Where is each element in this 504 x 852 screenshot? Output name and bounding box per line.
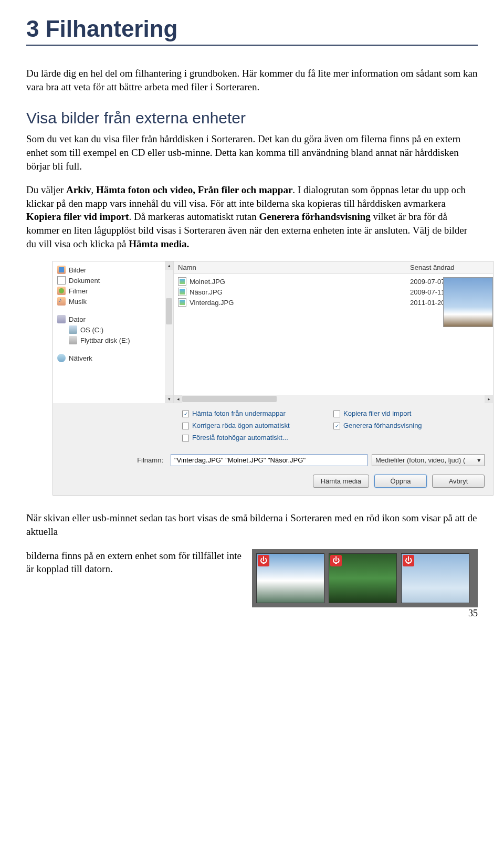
thumbnail[interactable]: ⏻ [329, 553, 397, 603]
tree-label: Dokument [69, 277, 100, 285]
scroll-down-icon[interactable]: ▾ [165, 395, 173, 403]
option-ref-kopiera: Kopiera filer vid import [26, 211, 129, 222]
checkbox-icon[interactable] [333, 411, 340, 417]
offline-indicator-icon: ⏻ [330, 555, 342, 566]
chapter-title: 3 Filhantering [26, 16, 478, 46]
paragraph-1: Som du vet kan du visa filer från hårddi… [26, 132, 478, 173]
option-subfolders[interactable]: Hämta foton från undermappar [182, 409, 333, 417]
checkbox-label: Kopiera filer vid import [343, 409, 411, 417]
tree-label: Nätverk [69, 354, 92, 362]
image-file-icon [178, 288, 186, 296]
scroll-left-icon[interactable]: ◂ [174, 395, 182, 403]
image-file-icon [178, 298, 186, 307]
videos-folder-icon [57, 287, 66, 295]
option-suggest-stacks[interactable]: Föreslå fotohögar automatiskt... [182, 434, 333, 441]
column-header-name[interactable]: Namn [178, 264, 410, 271]
option-generate-preview[interactable]: Generera förhandsvisning [333, 422, 485, 429]
preview-thumbnail [443, 277, 493, 327]
option-ref-generera: Generera förhandsvisning [259, 211, 370, 222]
folder-tree: Bilder Dokument Filmer Musik Dator OS [53, 261, 174, 403]
tree-label: Dator [69, 315, 86, 323]
scroll-up-icon[interactable]: ▴ [165, 261, 173, 270]
option-copy-on-import[interactable]: Kopiera filer vid import [333, 409, 485, 417]
after-paragraph-1: När skivan eller usb-minnet sedan tas bo… [26, 511, 478, 538]
dialog-buttons: Hämta media Öppna Avbryt [53, 470, 493, 495]
checkbox-label: Föreslå fotohögar automatiskt... [192, 434, 288, 441]
tree-label: Filmer [69, 287, 88, 295]
file-list-header: Namn Senast ändrad [174, 261, 493, 274]
document-icon [57, 276, 66, 285]
filename-row: Filnamn: Mediefiler (foton, video, ljud)… [53, 452, 493, 470]
file-name: Näsor.JPG [190, 288, 223, 296]
cancel-button[interactable]: Avbryt [432, 475, 485, 488]
checkbox-label: Generera förhandsvisning [343, 422, 422, 429]
text: Du väljer [26, 184, 66, 195]
thumbnail[interactable]: ⏻ [401, 553, 469, 603]
import-options: Hämta foton från undermappar Korrigera r… [53, 403, 493, 452]
filetype-value: Mediefiler (foton, video, ljud) ( [375, 456, 465, 464]
checkbox-icon[interactable] [182, 423, 189, 429]
tree-label: Musik [69, 298, 87, 306]
tree-item[interactable]: Dokument [57, 275, 173, 286]
tree-item[interactable]: Bilder [57, 265, 173, 275]
text: . Då markeras automatiskt rutan [129, 211, 259, 222]
checkbox-label: Korrigera röda ögon automatiskt [192, 422, 290, 429]
sorter-thumbnails: ⏻ ⏻ ⏻ [252, 549, 478, 607]
menu-ref-arkiv: Arkiv [66, 184, 91, 195]
file-dialog-screenshot: Bilder Dokument Filmer Musik Dator OS [52, 261, 494, 496]
disk-icon [69, 325, 77, 334]
section-title: Visa bilder från externa enheter [26, 109, 478, 127]
paragraph-2: Du väljer Arkiv, Hämta foton och video, … [26, 183, 478, 250]
tree-label: OS (C:) [80, 326, 103, 334]
checkbox-label: Hämta foton från undermappar [192, 409, 286, 417]
thumbnail[interactable]: ⏻ [256, 553, 324, 603]
tree-label: Flyttbar disk (E:) [80, 336, 130, 344]
tree-scrollbar[interactable]: ▴ ▾ [165, 261, 173, 403]
checkbox-icon[interactable] [333, 423, 340, 429]
image-file-icon [178, 277, 186, 286]
text: , [91, 184, 96, 195]
usb-drive-icon [69, 336, 77, 344]
computer-icon [57, 315, 66, 323]
tree-label: Bilder [69, 266, 86, 274]
scroll-thumb[interactable] [182, 396, 277, 402]
offline-indicator-icon: ⏻ [258, 555, 269, 566]
menu-ref-hamta: Hämta foton och video, Från filer och ma… [96, 184, 292, 195]
tree-item[interactable]: Musik [57, 296, 173, 307]
scroll-thumb[interactable] [166, 298, 172, 324]
tree-item[interactable]: Filmer [57, 286, 173, 296]
button-ref-hamta-media: Hämta media. [129, 238, 189, 249]
option-redeye[interactable]: Korrigera röda ögon automatiskt [182, 422, 333, 429]
filetype-dropdown[interactable]: Mediefiler (foton, video, ljud) ( ▾ [372, 454, 485, 466]
file-name: Molnet.JPG [190, 278, 225, 286]
fetch-media-button[interactable]: Hämta media [313, 475, 369, 488]
checkbox-icon[interactable] [182, 411, 189, 417]
network-icon [57, 354, 66, 362]
file-list-area: Namn Senast ändrad Molnet.JPG 2009-07-07… [174, 261, 493, 403]
tree-item[interactable]: Dator [57, 314, 173, 324]
page-number: 35 [468, 608, 478, 619]
file-name: Vinterdag.JPG [190, 299, 234, 307]
open-button[interactable]: Öppna [374, 475, 427, 488]
tree-item[interactable]: Flyttbar disk (E:) [57, 335, 173, 345]
intro-paragraph: Du lärde dig en hel del om filhantering … [26, 67, 478, 93]
after-paragraph-2: bilderna finns på en extern enhet som fö… [26, 549, 242, 576]
music-folder-icon [57, 297, 66, 306]
chevron-down-icon: ▾ [477, 456, 481, 464]
tree-item[interactable]: Nätverk [57, 353, 173, 363]
scroll-right-icon[interactable]: ▸ [485, 395, 493, 403]
checkbox-icon[interactable] [182, 435, 189, 441]
tree-item[interactable]: OS (C:) [57, 324, 173, 335]
horizontal-scrollbar[interactable]: ◂ ▸ [174, 395, 493, 403]
offline-indicator-icon: ⏻ [403, 555, 414, 566]
filename-input[interactable] [171, 454, 368, 466]
column-header-date[interactable]: Senast ändrad [410, 264, 489, 271]
pictures-folder-icon [57, 266, 66, 274]
filename-label: Filnamn: [61, 456, 166, 464]
